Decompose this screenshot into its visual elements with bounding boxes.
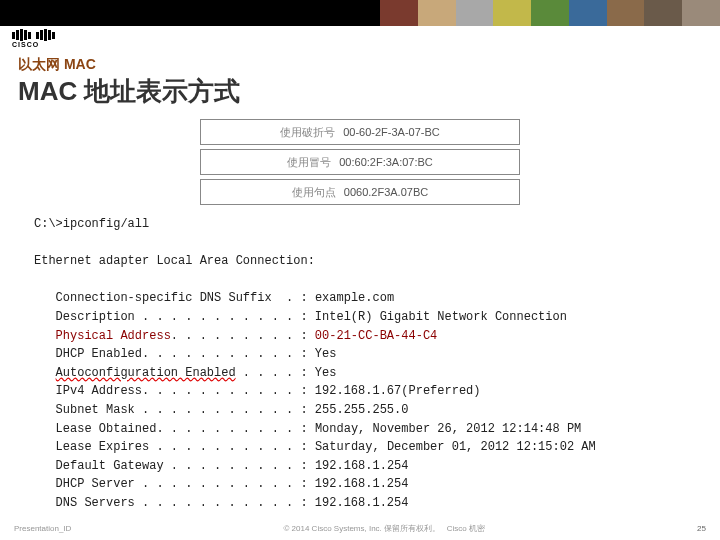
slide-subtitle: 以太网 MAC [18,56,702,74]
cisco-logo [0,26,720,41]
slide-footer: Presentation_ID © 2014 Cisco Systems, In… [0,523,720,534]
slide-title: MAC 地址表示方式 [18,74,702,109]
physical-address-label: Physical Address [56,329,171,343]
cmd-prompt: C:\>ipconfig/all [34,217,149,231]
autoconfig-label: Autoconfiguration Enabled [56,366,236,380]
physical-address-value: 00-21-CC-BA-44-C4 [315,329,437,343]
format-row: 使用冒号00:60:2F:3A:07:BC [200,149,520,175]
format-label: 使用冒号 [287,155,331,170]
format-label: 使用句点 [292,185,336,200]
format-row: 使用句点0060.2F3A.07BC [200,179,520,205]
adapter-header: Ethernet adapter Local Area Connection: [34,254,315,268]
format-value: 00:60:2F:3A:07:BC [339,156,433,168]
ipconfig-output: C:\>ipconfig/all Ethernet adapter Local … [34,215,686,513]
format-row: 使用破折号00-60-2F-3A-07-BC [200,119,520,145]
copyright: © 2014 Cisco Systems, Inc. 保留所有权利。 Cisco… [283,523,485,534]
top-banner [0,0,720,26]
presentation-id: Presentation_ID [14,524,71,533]
format-label: 使用破折号 [280,125,335,140]
format-value: 0060.2F3A.07BC [344,186,428,198]
format-value: 00-60-2F-3A-07-BC [343,126,440,138]
mac-format-table: 使用破折号00-60-2F-3A-07-BC 使用冒号00:60:2F:3A:0… [200,119,520,205]
page-number: 25 [697,524,706,533]
banner-photo-strip [380,0,720,26]
cisco-logo-text: CISCO [12,41,720,48]
